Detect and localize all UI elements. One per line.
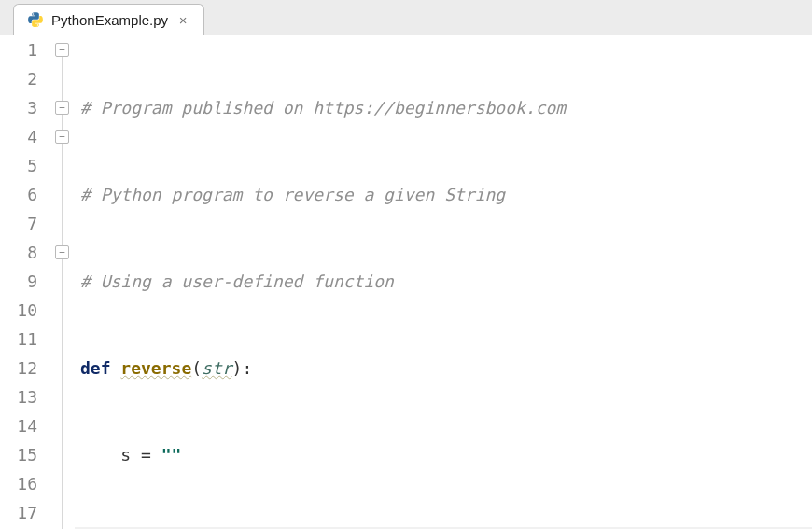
punct-token: ):: [232, 358, 253, 378]
line-number: 10: [0, 296, 37, 325]
fold-toggle-icon[interactable]: [55, 130, 69, 144]
file-tab-label: PythonExample.py: [51, 12, 168, 28]
line-number: 2: [0, 64, 37, 93]
code-line: # Using a user-defined function: [75, 267, 812, 296]
code-line: s = "": [75, 440, 812, 469]
line-number: 11: [0, 325, 37, 354]
file-tab[interactable]: PythonExample.py ×: [13, 4, 204, 35]
comment-token: # Using a user-defined function: [80, 271, 394, 291]
line-number: 15: [0, 440, 37, 469]
line-number: 14: [0, 411, 37, 440]
python-file-icon: [27, 11, 44, 28]
code-line: def reverse(str):: [75, 354, 812, 383]
comment-token: # Python program to reverse a given Stri…: [80, 185, 505, 204]
line-number: 1: [0, 35, 37, 64]
line-number: 9: [0, 267, 37, 296]
code-editor[interactable]: 1 2 3 4 5 6 7 8 9 10 11 12 13 14 15 16 1…: [0, 35, 812, 529]
code-area[interactable]: # Program published on https://beginners…: [75, 35, 812, 529]
line-number-gutter: 1 2 3 4 5 6 7 8 9 10 11 12 13 14 15 16 1…: [0, 35, 50, 529]
editor-tabbar: PythonExample.py ×: [0, 0, 812, 35]
punct-token: (: [191, 358, 202, 378]
keyword-token: def: [80, 358, 111, 378]
function-name-token: reverse: [120, 358, 191, 378]
code-line: # Program published on https://beginners…: [75, 93, 812, 122]
fold-gutter: [50, 35, 75, 529]
line-number: 4: [0, 122, 37, 151]
param-token: str: [202, 358, 232, 378]
line-number: 3: [0, 93, 37, 122]
close-tab-icon[interactable]: ×: [175, 12, 190, 28]
assign-token: s =: [120, 445, 161, 465]
fold-toggle-icon[interactable]: [55, 245, 69, 259]
code-line: # Python program to reverse a given Stri…: [75, 180, 812, 209]
line-number: 17: [0, 498, 37, 527]
comment-token: # Program published on https://beginners…: [80, 98, 566, 118]
fold-toggle-icon[interactable]: [55, 43, 69, 57]
fold-toggle-icon[interactable]: [55, 101, 69, 115]
line-number: 5: [0, 151, 37, 180]
line-number: 6: [0, 180, 37, 209]
line-number: 16: [0, 469, 37, 498]
line-number: 13: [0, 383, 37, 411]
line-number: 7: [0, 209, 37, 238]
indent: [80, 445, 120, 465]
line-number: 12: [0, 354, 37, 383]
string-token: "": [161, 445, 182, 465]
line-number: 8: [0, 238, 37, 267]
